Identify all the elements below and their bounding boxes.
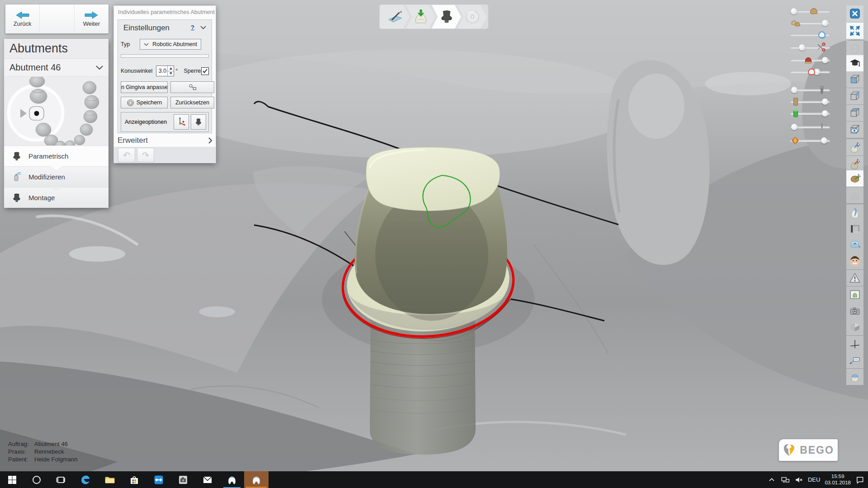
opacity-implant-green-slider[interactable] [790,108,832,118]
language-indicator[interactable]: DEU [808,476,820,483]
taskbar-capture-tool[interactable] [171,471,195,488]
annotation-button[interactable] [846,352,863,368]
slider-handle[interactable] [822,57,828,63]
abutment-selector[interactable]: Abutment 46 [4,59,108,77]
marker-red-button[interactable] [846,156,863,172]
measure-tape-button[interactable] [846,237,863,253]
taskbar-dental-app[interactable] [220,471,244,488]
lock-checkbox[interactable] [201,67,209,75]
opacity-gingiva-slider[interactable] [790,55,832,65]
taskbar-file-explorer[interactable] [98,471,122,488]
help-link[interactable]: ? [191,24,194,31]
close-viewport-button[interactable] [846,5,863,22]
view-visibility-button[interactable] [846,122,863,138]
measure-gate-icon [849,223,861,235]
patient-photo-button[interactable] [846,253,863,269]
slider-handle[interactable] [822,99,828,105]
ghost-tooth-button [846,187,863,203]
axes-icon [176,117,187,127]
triangle-down-icon [170,72,172,75]
undo-button[interactable]: ↶ [118,148,135,162]
taskbar-edge-browser[interactable] [73,471,98,488]
workflow-scan-step[interactable] [406,5,436,28]
abutment-view-button[interactable] [191,114,206,130]
tooth-chart[interactable] [4,77,108,145]
taskbar-search-cortana[interactable] [24,471,49,488]
action-center-icon[interactable] [855,475,864,484]
network-icon[interactable] [781,475,790,484]
sidebar-step-parametrisch[interactable]: Parametrisch [4,145,108,166]
redo-button[interactable]: ↷ [137,148,154,162]
workflow-export-step[interactable] [458,5,487,28]
opacity-cut-slider[interactable] [790,42,832,52]
advanced-section[interactable]: Erweitert [118,134,212,147]
opacity-crown-slider[interactable] [790,6,832,16]
parameter-slider-track[interactable] [121,54,209,58]
relation-icon [188,84,197,91]
taskbar-teamviewer[interactable] [146,471,171,488]
sidebar-step-montage[interactable]: Montage [4,187,108,208]
slider-handle[interactable] [799,44,805,51]
occlusal-plane-button[interactable] [846,336,863,352]
slider-handle[interactable] [822,20,828,26]
taskbar-dental-app-active[interactable] [244,471,269,488]
taskbar-start-button[interactable] [0,471,24,488]
volume-muted-icon[interactable] [794,475,803,484]
opacity-gem-slider[interactable] [790,136,832,145]
marker-blue-button[interactable] [846,139,863,155]
spin-up-button[interactable] [168,66,174,71]
axes-toggle-button[interactable] [174,114,189,130]
slider-handle[interactable] [791,8,797,14]
snapshot-view-button[interactable] [846,286,863,303]
opacity-neighbor-teeth-slider[interactable] [790,18,832,28]
back-button[interactable]: Zurück [5,5,39,33]
cone-angle-spinner[interactable]: 3.0 [156,66,174,76]
tooth-cap-button[interactable] [846,369,863,385]
warnings-button[interactable] [846,270,863,286]
order-label: Auftrag: [8,440,34,448]
view-corner-button[interactable] [846,88,863,104]
taskbar-task-view[interactable] [49,471,73,488]
adapt-gingiva-label: An Gingiva anpassen [121,84,168,90]
abutment-design-icon [439,9,455,25]
anatomy-overlay-button[interactable] [846,204,863,221]
tape-measure-icon [849,239,861,251]
clock[interactable]: 15:59 03.01.2018 [825,474,851,486]
taskbar-microsoft-store[interactable] [122,471,146,488]
slider-handle[interactable] [791,87,797,93]
save-button[interactable]: Speichern [121,97,168,108]
store-icon [129,474,140,485]
type-dropdown[interactable]: Robotic Abutment [140,39,201,50]
view-top-button[interactable] [846,105,863,121]
gingiva-relation-button[interactable] [170,81,214,93]
taskbar-mail[interactable] [195,471,220,488]
abutment-selector-label: Abutment 46 [9,62,61,73]
workflow-order-step[interactable] [380,5,410,28]
adapt-gingiva-button[interactable]: An Gingiva anpassen [121,81,168,93]
tutorial-button[interactable] [846,55,863,71]
cube-corner-icon [849,90,861,102]
type-label: Typ [121,41,130,47]
opacity-scanbody-slider[interactable] [790,97,832,107]
perspective-button[interactable] [846,319,863,335]
opacity-tooth-blue-slider[interactable] [790,30,832,40]
opacity-tooth-red-slider[interactable] [790,67,832,77]
measure-section-button[interactable] [846,221,863,237]
view-front-button[interactable] [846,71,863,88]
next-button[interactable]: Weiter [74,5,108,33]
reset-button[interactable]: Zurücksetzen [170,97,214,108]
screenshot-button[interactable] [846,303,863,319]
workflow-design-step[interactable] [432,5,462,28]
slider-handle[interactable] [821,137,827,144]
slider-handle[interactable] [822,110,828,117]
edit-abutment-button[interactable] [846,170,863,187]
tooth-red-icon [807,67,816,77]
opacity-implant-slider[interactable] [790,85,832,95]
spin-down-button[interactable] [168,71,174,76]
opacity-screw-slider[interactable] [790,122,832,132]
chevron-down-icon[interactable] [200,26,206,29]
fullscreen-button[interactable] [846,23,863,39]
slider-handle[interactable] [791,124,797,130]
sidebar-step-modifizieren[interactable]: Modifizieren [4,166,108,187]
chevron-up-icon[interactable] [767,475,776,484]
